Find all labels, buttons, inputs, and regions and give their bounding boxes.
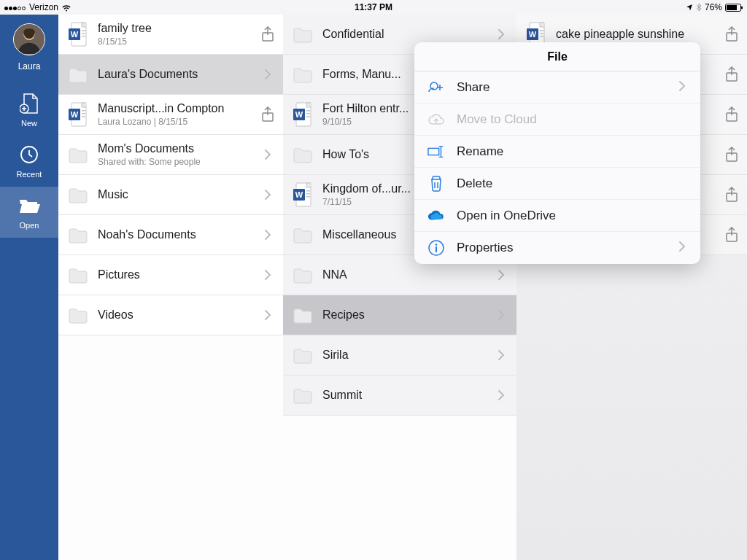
share-icon (427, 79, 445, 96)
wifi-icon (61, 4, 71, 12)
row-title: Videos (98, 308, 251, 322)
chevron-right-icon (260, 307, 276, 323)
battery-icon (725, 4, 743, 12)
rename-icon (427, 143, 445, 160)
chevron-right-icon (260, 66, 276, 82)
share-button[interactable] (260, 106, 276, 122)
share-button[interactable] (724, 66, 740, 82)
clock: 11:37 PM (250, 2, 496, 12)
info-icon (427, 239, 445, 257)
popover-item-delete[interactable]: Delete (414, 168, 700, 200)
row-title: family tree (98, 22, 251, 35)
row-title: NNA (322, 268, 484, 281)
onedrive-icon (427, 207, 445, 225)
folder-icon (292, 344, 314, 366)
column-1: family tree8/15/15Laura's DocumentsManus… (58, 15, 283, 560)
clock-icon (18, 144, 40, 166)
nav-new[interactable]: New (0, 85, 58, 136)
file-row[interactable]: Manuscript...in ComptonLaura Lozano | 8/… (58, 95, 283, 135)
share-button[interactable] (724, 106, 740, 122)
popover-item-label: Open in OneDrive (457, 209, 687, 223)
nav-recent-label: Recent (17, 170, 42, 179)
open-folder-icon (18, 195, 40, 217)
chevron-right-icon (493, 387, 509, 403)
popover-item-label: Move to Cloud (457, 112, 687, 127)
folder-icon (292, 264, 314, 286)
popover-item-rename[interactable]: Rename (414, 136, 700, 168)
row-title: Summit (322, 389, 484, 402)
row-subtitle: 8/15/15 (98, 36, 251, 47)
share-button[interactable] (724, 227, 740, 243)
folder-icon (292, 63, 314, 85)
popover-item-onedrive[interactable]: Open in OneDrive (414, 200, 700, 232)
folder-icon (292, 224, 314, 246)
user-name[interactable]: Laura (18, 61, 41, 71)
folder-row[interactable]: Music (58, 175, 283, 215)
nav-open-label: Open (20, 221, 39, 230)
new-doc-icon (18, 93, 40, 114)
row-title: Manuscript...in Compton (98, 102, 251, 115)
status-bar: Verizon 11:37 PM 76% (0, 0, 747, 15)
row-title: Confidential (322, 28, 484, 41)
folder-icon (292, 144, 314, 166)
location-icon (686, 4, 693, 11)
folder-icon (292, 304, 314, 326)
folder-row[interactable]: Videos (58, 295, 283, 335)
chevron-right-icon (260, 187, 276, 203)
folder-row[interactable]: Pictures (58, 255, 283, 295)
folder-icon (292, 384, 314, 406)
popover-arrow (699, 152, 700, 166)
row-title: Noah's Documents (98, 228, 251, 241)
svg-rect-11 (436, 246, 437, 252)
svg-point-10 (436, 244, 438, 246)
share-button[interactable] (724, 26, 740, 42)
chevron-right-icon (493, 307, 509, 323)
word-doc-icon (67, 23, 89, 45)
chevron-right-icon (260, 227, 276, 243)
chevron-right-icon (493, 26, 509, 42)
word-doc-icon (292, 184, 314, 206)
chevron-right-icon (260, 147, 276, 163)
svg-rect-1 (727, 5, 737, 10)
folder-row[interactable]: Noah's Documents (58, 215, 283, 255)
carrier-label: Verizon (29, 2, 58, 12)
nav-open[interactable]: Open (0, 187, 58, 238)
chevron-right-icon (493, 267, 509, 283)
folder-row[interactable]: Recipes (283, 295, 516, 335)
row-title: Laura's Documents (98, 68, 251, 81)
folder-row[interactable]: Mom's DocumentsShared with: Some people (58, 135, 283, 175)
share-button[interactable] (724, 147, 740, 163)
nav-new-label: New (21, 119, 37, 128)
folder-row[interactable]: Laura's Documents (58, 55, 283, 95)
word-doc-icon (67, 104, 89, 125)
row-title: Recipes (322, 308, 484, 322)
bluetooth-icon (696, 3, 702, 12)
sidebar: Laura New Recent Open (0, 15, 58, 560)
row-title: Pictures (98, 268, 251, 281)
popover-item-info[interactable]: Properties (414, 232, 700, 264)
popover-item-cloud: Move to Cloud (414, 104, 700, 136)
folder-row[interactable]: Sirila (283, 335, 516, 376)
chevron-right-icon (260, 267, 276, 283)
folder-row[interactable]: Summit (283, 376, 516, 416)
folder-icon (67, 144, 89, 166)
popover-item-label: Share (457, 80, 667, 95)
folder-icon (67, 224, 89, 246)
file-row[interactable]: family tree8/15/15 (58, 15, 283, 55)
row-title: Music (98, 188, 251, 201)
chevron-right-icon (493, 347, 509, 363)
row-title: Sirila (322, 349, 484, 362)
share-button[interactable] (260, 26, 276, 42)
row-subtitle: Laura Lozano | 8/15/15 (98, 117, 251, 127)
popover-item-label: Delete (457, 176, 687, 191)
folder-icon (292, 23, 314, 45)
avatar[interactable] (13, 23, 45, 55)
nav-recent[interactable]: Recent (0, 136, 58, 187)
battery-percent: 76% (705, 2, 722, 12)
share-button[interactable] (724, 187, 740, 203)
row-title: Mom's Documents (98, 142, 251, 155)
popover-item-label: Rename (457, 144, 687, 159)
row-subtitle: Shared with: Some people (98, 157, 251, 167)
row-title: cake pineapple sunshine (556, 28, 715, 41)
popover-item-share[interactable]: Share (414, 71, 700, 104)
